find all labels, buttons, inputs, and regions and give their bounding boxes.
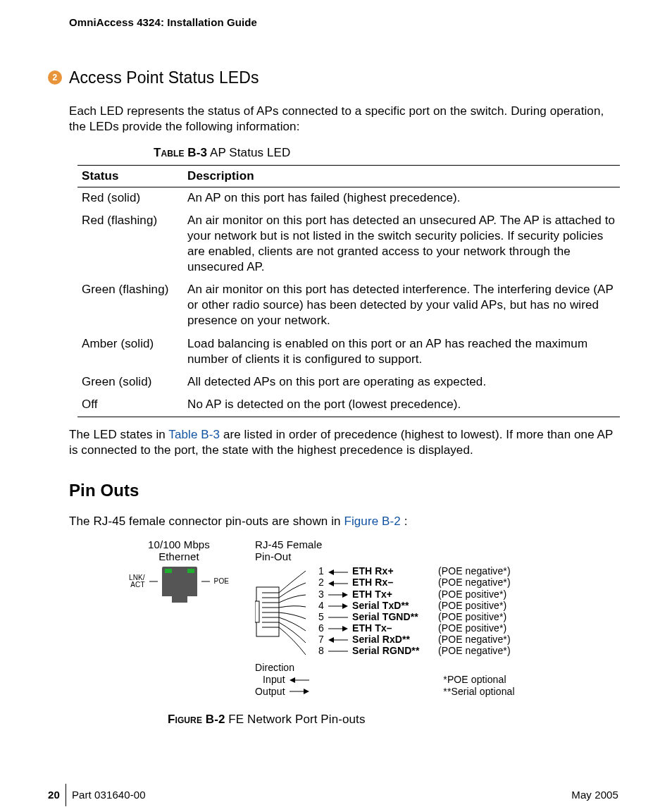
pin-signal: ETH Tx+ bbox=[352, 589, 438, 600]
pin-row: 2ETH Rx–(POE negative*) bbox=[313, 577, 515, 588]
pinout-title-1: RJ-45 Female bbox=[255, 538, 322, 550]
pin-signal: Serial TxD** bbox=[352, 600, 438, 611]
pin-direction-icon bbox=[328, 611, 352, 622]
th-status: Status bbox=[77, 165, 183, 187]
cell-status: Amber (solid) bbox=[77, 333, 183, 371]
pin-direction-icon bbox=[328, 645, 352, 656]
figure-caption: Figure B-2 FE Network Port Pin-outs bbox=[168, 712, 624, 727]
cell-description: Load balancing is enabled on this port o… bbox=[183, 333, 620, 371]
ap-status-table: Status Description Red (solid)An AP on t… bbox=[77, 165, 620, 417]
section-title-pinouts: Pin Outs bbox=[69, 479, 624, 501]
part-number: Part 031640-00 bbox=[72, 788, 146, 802]
table-caption-bold: Table B-3 bbox=[154, 146, 207, 159]
svg-marker-19 bbox=[342, 603, 348, 609]
svg-marker-24 bbox=[328, 637, 334, 643]
pin-number: 4 bbox=[313, 600, 328, 611]
led-lnk-icon bbox=[165, 569, 172, 573]
table-row: Red (solid)An AP on this port has failed… bbox=[77, 187, 620, 210]
pin-number: 7 bbox=[313, 634, 328, 645]
cell-status: Red (flashing) bbox=[77, 210, 183, 279]
cell-description: All detected APs on this port are operat… bbox=[183, 371, 620, 394]
table-row: Amber (solid)Load balancing is enabled o… bbox=[77, 333, 620, 371]
pin-direction-icon bbox=[328, 634, 352, 645]
pin-poe: (POE positive*) bbox=[438, 611, 515, 622]
chapter-badge: 2 bbox=[48, 70, 62, 85]
pinouts-intro-post: : bbox=[401, 515, 408, 528]
pin-row: 5Serial TGND**(POE positive*) bbox=[313, 611, 515, 622]
pin-row: 6ETH Tx–(POE positive*) bbox=[313, 622, 515, 634]
pin-number: 3 bbox=[313, 589, 328, 600]
cell-status: Green (flashing) bbox=[77, 279, 183, 333]
figure-area: 10/100 Mbps Ethernet LNK/ ACT POE RJ-45 … bbox=[123, 539, 624, 697]
pin-signal: Serial RGND** bbox=[352, 645, 438, 656]
pin-direction-icon bbox=[328, 622, 352, 634]
pinout-title-2: Pin-Out bbox=[255, 550, 292, 562]
cell-description: An air monitor on this port has detected… bbox=[183, 279, 620, 333]
svg-marker-15 bbox=[328, 581, 334, 586]
legend-output: Output bbox=[255, 686, 285, 698]
svg-marker-13 bbox=[328, 569, 334, 575]
pin-direction-icon bbox=[328, 589, 352, 600]
table-row: Green (solid)All detected APs on this po… bbox=[77, 371, 620, 394]
legend-direction: Direction bbox=[255, 662, 309, 674]
pin-signal: Serial RxD** bbox=[352, 634, 438, 645]
line-icon bbox=[201, 579, 210, 584]
pinouts-intro: The RJ-45 female connector pin-outs are … bbox=[69, 514, 618, 529]
pin-number: 8 bbox=[313, 645, 328, 656]
page-number: 20 bbox=[48, 788, 60, 802]
pin-poe: (POE negative*) bbox=[438, 634, 515, 645]
cell-status: Off bbox=[77, 394, 183, 417]
pin-poe: (POE negative*) bbox=[438, 565, 515, 577]
svg-marker-29 bbox=[304, 689, 309, 694]
table-row: Green (flashing)An air monitor on this p… bbox=[77, 279, 620, 333]
footer-date: May 2005 bbox=[571, 788, 618, 802]
th-description: Description bbox=[183, 165, 620, 187]
pin-signal: ETH Tx– bbox=[352, 622, 438, 634]
table-xref-link[interactable]: Table B-3 bbox=[168, 428, 220, 441]
cell-status: Green (solid) bbox=[77, 371, 183, 394]
figure-caption-rest: FE Network Port Pin-outs bbox=[225, 713, 366, 726]
pin-number: 6 bbox=[313, 622, 328, 634]
pinouts-intro-pre: The RJ-45 female connector pin-outs are … bbox=[69, 515, 344, 528]
svg-marker-17 bbox=[342, 592, 348, 598]
cell-description: An air monitor on this port has detected… bbox=[183, 210, 620, 279]
pin-number: 1 bbox=[313, 565, 328, 577]
figure-caption-bold: Figure B-2 bbox=[168, 713, 225, 726]
pin-signal: ETH Rx+ bbox=[352, 565, 438, 577]
ethernet-block: 10/100 Mbps Ethernet LNK/ ACT POE bbox=[123, 539, 235, 596]
table-row: Red (flashing)An air monitor on this por… bbox=[77, 210, 620, 279]
led-poe-icon bbox=[187, 569, 194, 573]
cell-description: No AP is detected on the port (lowest pr… bbox=[183, 394, 620, 417]
pin-poe: (POE positive*) bbox=[438, 589, 515, 600]
pin-number: 2 bbox=[313, 577, 328, 588]
ethernet-port-icon bbox=[162, 567, 197, 596]
section-title-leds: Access Point Status LEDs bbox=[69, 68, 259, 89]
legend-input: Input bbox=[263, 674, 285, 686]
eth-title-2: Ethernet bbox=[158, 550, 199, 562]
pinout-block: RJ-45 Female Pin-Out bbox=[255, 539, 515, 697]
page-footer: 20 Part 031640-00 May 2005 bbox=[48, 784, 624, 806]
pin-direction-icon bbox=[328, 577, 352, 588]
table-row: OffNo AP is detected on the port (lowest… bbox=[77, 394, 620, 417]
poe-label: POE bbox=[214, 578, 229, 585]
cell-status: Red (solid) bbox=[77, 187, 183, 210]
pin-poe: (POE negative*) bbox=[438, 645, 515, 656]
pin-poe: (POE negative*) bbox=[438, 577, 515, 588]
leds-intro: Each LED represents the status of APs co… bbox=[69, 104, 618, 135]
pin-signal: ETH Rx– bbox=[352, 577, 438, 588]
svg-rect-2 bbox=[256, 587, 279, 636]
svg-rect-3 bbox=[255, 601, 259, 622]
pin-poe: (POE positive*) bbox=[438, 622, 515, 634]
pin-table: 1ETH Rx+(POE negative*)2ETH Rx–(POE nega… bbox=[313, 565, 515, 656]
divider-icon bbox=[66, 784, 66, 806]
figure-xref-link[interactable]: Figure B-2 bbox=[344, 515, 400, 528]
after-table-pre: The LED states in bbox=[69, 428, 168, 441]
doc-header: OmniAccess 4324: Installation Guide bbox=[69, 16, 624, 30]
pin-row: 3ETH Tx+(POE positive*) bbox=[313, 589, 515, 600]
legend-note-1: *POE optional bbox=[443, 674, 514, 686]
rj45-connector-icon bbox=[255, 566, 306, 658]
pin-signal: Serial TGND** bbox=[352, 611, 438, 622]
cell-description: An AP on this port has failed (highest p… bbox=[183, 187, 620, 210]
arrow-left-icon bbox=[290, 677, 309, 684]
pin-poe: (POE positive*) bbox=[438, 600, 515, 611]
